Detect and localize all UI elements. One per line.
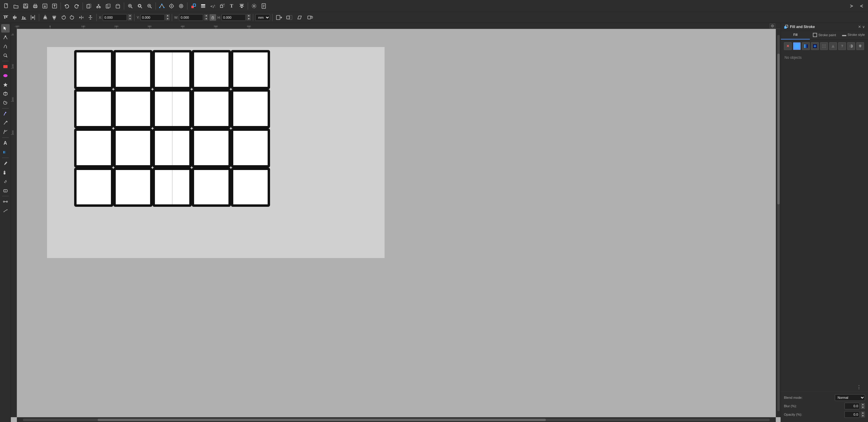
select-tool[interactable] <box>1 24 10 33</box>
grid-cell[interactable] <box>113 50 153 89</box>
vertical-scrollbar[interactable] <box>776 29 781 417</box>
three-dots-button[interactable]: ⋮ <box>857 384 862 390</box>
spiral-tool[interactable] <box>1 98 10 107</box>
vscroll-thumb[interactable] <box>777 54 780 204</box>
grid-cell[interactable] <box>74 50 113 89</box>
layers-button[interactable] <box>198 1 208 10</box>
zoom-page-button[interactable] <box>135 1 144 10</box>
text-tool[interactable]: A <box>1 139 10 147</box>
grid-cell[interactable] <box>74 89 113 128</box>
grid-cell[interactable] <box>231 128 270 168</box>
hscroll-thumb[interactable] <box>98 419 546 421</box>
blur-input[interactable] <box>844 403 860 409</box>
import-button[interactable] <box>40 1 50 10</box>
zoom-tool[interactable] <box>1 51 10 60</box>
grid-cell[interactable] <box>153 50 192 89</box>
grid-cell[interactable] <box>231 50 270 89</box>
align-button[interactable] <box>237 1 246 10</box>
pencil-tool[interactable] <box>1 110 10 118</box>
paint-bucket-tool[interactable] <box>1 168 10 177</box>
canvas-area[interactable] <box>17 29 781 417</box>
zoom-select-button[interactable] <box>145 1 154 10</box>
panel-close-button[interactable]: ✕ <box>858 25 861 29</box>
grid-cell[interactable] <box>231 168 270 207</box>
w-up[interactable]: ▲ <box>204 14 208 17</box>
h-down[interactable]: ▼ <box>247 18 251 21</box>
paint-none-button[interactable]: ✕ <box>784 42 792 50</box>
tab-stroke-paint[interactable]: Stroke paint <box>810 31 839 39</box>
transform-scale-button[interactable] <box>285 13 294 21</box>
w-down[interactable]: ▼ <box>204 18 208 21</box>
undo-button[interactable] <box>62 1 71 10</box>
paint-unset1-button[interactable] <box>847 42 855 50</box>
ellipse-tool[interactable] <box>1 71 10 80</box>
y-up[interactable]: ▲ <box>165 14 170 17</box>
snap-nodes-button[interactable] <box>177 1 186 10</box>
expand-right-button[interactable] <box>847 1 856 10</box>
h-input[interactable] <box>221 14 246 21</box>
paint-linear-button[interactable] <box>802 42 810 50</box>
spray-tool[interactable] <box>1 177 10 186</box>
eraser-tool[interactable] <box>1 186 10 195</box>
redo-button[interactable] <box>72 1 81 10</box>
node-tool[interactable] <box>1 33 10 41</box>
lock-aspect-button[interactable] <box>210 14 216 21</box>
x-input[interactable] <box>103 14 127 21</box>
grid-cell[interactable] <box>153 89 192 128</box>
measure-tool[interactable] <box>1 207 10 215</box>
transform-button[interactable] <box>218 1 227 10</box>
node-editor-button[interactable] <box>157 1 166 10</box>
rotate-cw-button[interactable] <box>59 13 67 21</box>
lower-button[interactable] <box>50 13 58 21</box>
open-button[interactable] <box>11 1 21 10</box>
tweak-tool[interactable] <box>1 42 10 51</box>
3dbox-tool[interactable] <box>1 90 10 98</box>
gradient-tool[interactable] <box>1 148 10 156</box>
flip-v-button[interactable] <box>87 13 94 21</box>
calligraphy-tool[interactable] <box>1 128 10 136</box>
tab-stroke-style[interactable]: Stroke style <box>839 31 868 39</box>
grid-cell[interactable] <box>74 168 113 207</box>
canvas-wrapper[interactable]: -1000100200300400500600 0100200300 <box>11 23 781 422</box>
navigator-button[interactable] <box>770 24 775 28</box>
y-input[interactable] <box>141 14 164 21</box>
dropper-tool[interactable] <box>1 159 10 168</box>
copy-button[interactable] <box>104 1 113 10</box>
grid-cell[interactable] <box>153 128 192 168</box>
xml-editor-button[interactable]: </> <box>208 1 217 10</box>
collapse-right-button[interactable] <box>857 1 866 10</box>
grid-cell[interactable] <box>113 168 153 207</box>
document-props-button[interactable] <box>259 1 268 10</box>
star-tool[interactable] <box>1 81 10 89</box>
preferences-button[interactable] <box>250 1 258 10</box>
grid-cell[interactable] <box>192 89 231 128</box>
paint-unknown-button[interactable]: ? <box>838 42 846 50</box>
grid-cell[interactable] <box>192 50 231 89</box>
grid-cell[interactable] <box>74 128 113 168</box>
horizontal-scrollbar[interactable] <box>17 417 776 422</box>
export-button[interactable] <box>50 1 59 10</box>
x-up[interactable]: ▲ <box>128 14 132 17</box>
align-bottom-button[interactable] <box>20 13 28 21</box>
opacity-up[interactable]: ▲ <box>861 412 865 415</box>
snap-global-button[interactable] <box>167 1 176 10</box>
copy-style-button[interactable] <box>84 1 93 10</box>
new-button[interactable] <box>2 1 11 10</box>
grid-cell[interactable] <box>192 128 231 168</box>
distribute-button[interactable] <box>29 13 37 21</box>
unit-select[interactable]: mmpxcmin <box>255 14 270 21</box>
transform-skew-button[interactable] <box>295 13 304 21</box>
save-inkscape-button[interactable] <box>21 1 30 10</box>
grid-cell[interactable] <box>231 89 270 128</box>
paint-unset2-button[interactable] <box>856 42 864 50</box>
grid-cell[interactable] <box>192 168 231 207</box>
text-format-button[interactable]: T <box>227 1 237 10</box>
paint-swatch-button[interactable] <box>829 42 837 50</box>
y-down[interactable]: ▼ <box>165 18 170 21</box>
paint-radial-button[interactable] <box>811 42 819 50</box>
panel-collapse-button[interactable]: ∨ <box>862 25 865 29</box>
grid-cell[interactable] <box>113 128 153 168</box>
fill-stroke-button[interactable] <box>189 1 198 10</box>
paint-pattern-button[interactable] <box>820 42 828 50</box>
connector-tool[interactable] <box>1 198 10 206</box>
